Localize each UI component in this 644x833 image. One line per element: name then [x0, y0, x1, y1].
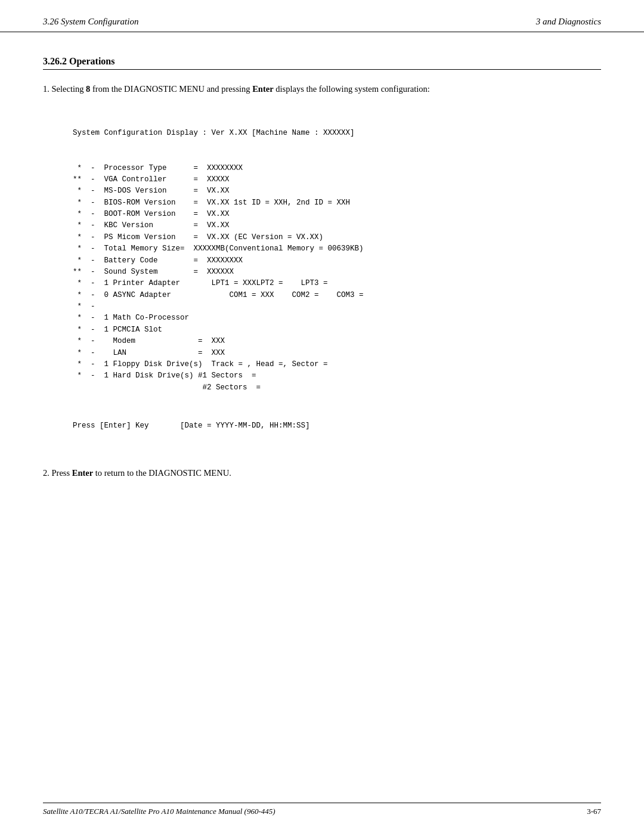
item1-suffix: displays the following system configurat… — [274, 84, 430, 94]
code-footer-line: Press [Enter] Key [Date = YYYY-MM-DD, HH… — [73, 420, 601, 432]
code-line: * - KBC Version = VX.XX — [73, 220, 601, 231]
code-line: * - — [73, 301, 601, 312]
code-line: * - 1 Printer Adapter LPT1 = XXXLPT2 = L… — [73, 278, 601, 289]
item2-text: 2. Press Enter to return to the DIAGNOST… — [60, 466, 601, 481]
code-line: * - 0 ASYNC Adapter COM1 = XXX COM2 = CO… — [73, 290, 601, 301]
code-line: * - Battery Code = XXXXXXXX — [73, 255, 601, 267]
header-right: 3 and Diagnostics — [536, 17, 601, 27]
code-line: * - MS-DOS Version = VX.XX — [73, 185, 601, 197]
code-line: * - BOOT-ROM Version = VX.XX — [73, 209, 601, 220]
page-footer: Satellite A10/TECRA A1/Satellite Pro A10… — [43, 803, 601, 816]
code-header-line: System Configuration Display : Ver X.XX … — [73, 128, 601, 139]
footer-left: Satellite A10/TECRA A1/Satellite Pro A10… — [43, 807, 275, 816]
code-line: * - Modem = XXX — [73, 336, 601, 347]
item2-prefix: 2. Press — [43, 468, 72, 478]
page-header: 3.26 System Configuration 3 and Diagnost… — [0, 0, 644, 32]
code-line: * - PS Micom Version = VX.XX (EC Version… — [73, 232, 601, 243]
code-line: ** - Sound System = XXXXXX — [73, 267, 601, 278]
code-line: * - Processor Type = XXXXXXXX — [73, 163, 601, 174]
item2-bold: Enter — [72, 468, 93, 478]
item1-bold2: Enter — [252, 84, 273, 94]
numbered-item-1: 1. Selecting 8 from the DIAGNOSTIC MENU … — [43, 82, 601, 455]
numbered-item-2: 2. Press Enter to return to the DIAGNOST… — [43, 466, 601, 481]
code-line: * - 1 Hard Disk Drive(s) #1 Sectors = — [73, 370, 601, 382]
code-line: * - LAN = XXX — [73, 348, 601, 359]
footer-right: 3-67 — [587, 807, 601, 816]
item1-text: 1. Selecting 8 from the DIAGNOSTIC MENU … — [60, 82, 601, 97]
item2-suffix: to return to the DIAGNOSTIC MENU. — [93, 468, 231, 478]
code-line: * - BIOS-ROM Version = VX.XX 1st ID = XX… — [73, 197, 601, 209]
page-container: 3.26 System Configuration 3 and Diagnost… — [0, 0, 644, 833]
code-line: * - 1 PCMCIA Slot — [73, 324, 601, 336]
code-line: #2 Sectors = — [73, 382, 601, 394]
page-content: 3.26.2 Operations 1. Selecting 8 from th… — [0, 32, 644, 539]
code-line: * - 1 Math Co-Processor — [73, 312, 601, 324]
code-line: * - Total Memory Size= XXXXXMB(Conventio… — [73, 243, 601, 255]
header-left: 3.26 System Configuration — [43, 17, 138, 27]
section-heading: 3.26.2 Operations — [43, 56, 601, 70]
code-lines-container: * - Processor Type = XXXXXXXX** - VGA Co… — [73, 163, 601, 394]
item1-prefix: 1. Selecting — [43, 84, 86, 94]
code-block: System Configuration Display : Ver X.XX … — [73, 105, 601, 455]
code-line: * - 1 Floppy Disk Drive(s) Track = , Hea… — [73, 359, 601, 370]
item1-middle: from the DIAGNOSTIC MENU and pressing — [90, 84, 252, 94]
code-line: ** - VGA Controller = XXXXX — [73, 174, 601, 185]
